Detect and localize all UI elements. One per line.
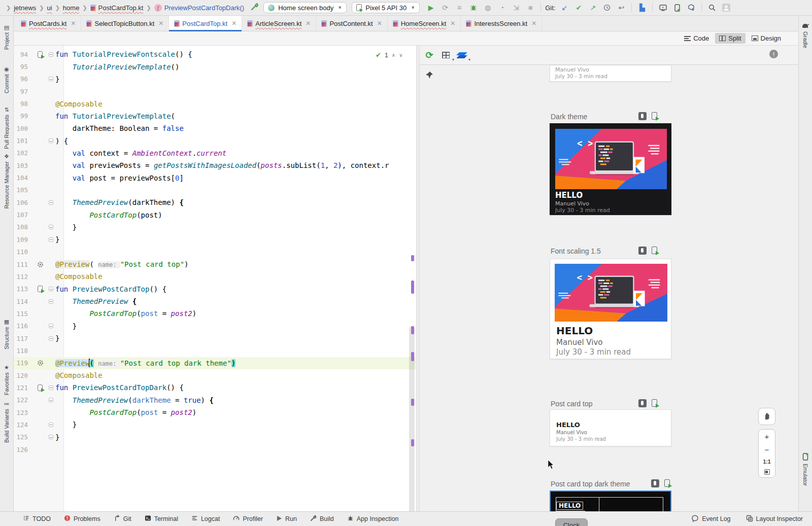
- close-icon[interactable]: ✕: [71, 20, 76, 27]
- status-bar-item-layout-inspector[interactable]: Layout Inspector: [746, 515, 803, 523]
- stop-button[interactable]: ■: [524, 2, 536, 13]
- prev-issue-icon[interactable]: ∧: [392, 52, 395, 58]
- close-icon[interactable]: ✕: [306, 20, 311, 27]
- run-preview-gutter-icon[interactable]: [38, 51, 43, 58]
- status-bar-item-run[interactable]: Run: [276, 515, 297, 523]
- profile-avatar[interactable]: [720, 2, 732, 13]
- grid-layout-icon[interactable]: [440, 50, 451, 61]
- fold-marker[interactable]: [49, 200, 53, 205]
- fold-marker[interactable]: [49, 287, 53, 291]
- breadcrumb-item[interactable]: jetnews: [14, 4, 36, 12]
- rollback-button[interactable]: ↩: [615, 2, 627, 13]
- editor-preview-splitter[interactable]: [416, 46, 420, 511]
- close-icon[interactable]: ✕: [377, 20, 382, 27]
- preview-card-post-card-top-dark-theme[interactable]: HELLOManuel Viv: [550, 490, 671, 511]
- deploy-preview-icon[interactable]: [652, 399, 657, 407]
- tab-postcards-kt[interactable]: PostCards.kt✕: [16, 16, 81, 31]
- preview-card-font-scaling-1-5[interactable]: < >HELLOManuel VivoJuly 30 - 3 min read: [550, 259, 671, 359]
- run-preview-gutter-icon[interactable]: [38, 384, 43, 391]
- status-bar-item-todo[interactable]: TODO: [23, 515, 51, 523]
- zoom-in-button[interactable]: +: [765, 432, 769, 441]
- zoom-actual-button[interactable]: 1:1: [763, 459, 770, 465]
- tool-window-button-build-variants[interactable]: ≔Build Variants: [0, 401, 13, 443]
- profiler-button[interactable]: ◔: [496, 2, 508, 13]
- run-config-dropdown[interactable]: Home screen body ▼: [263, 2, 347, 13]
- breadcrumb-item[interactable]: home: [63, 4, 80, 12]
- fold-marker[interactable]: [49, 385, 53, 390]
- running-devices-button[interactable]: [657, 2, 669, 13]
- fold-marker[interactable]: [49, 237, 53, 242]
- fold-marker[interactable]: [49, 435, 53, 439]
- preview-settings-gutter-icon[interactable]: [37, 261, 44, 268]
- preview-issues-icon[interactable]: !: [769, 50, 778, 58]
- code-editor[interactable]: 94fun TutorialPreviewFontscale() {95 Tut…: [14, 46, 416, 511]
- next-issue-icon[interactable]: ∨: [399, 52, 402, 58]
- interactive-preview-icon[interactable]: [638, 112, 647, 120]
- breadcrumb-item[interactable]: PostCardTop.kt: [90, 4, 144, 12]
- fold-marker[interactable]: [49, 336, 53, 341]
- refresh-preview-icon[interactable]: ⟳: [424, 50, 435, 61]
- preview-card-dark-theme[interactable]: < >HELLOManuel VivoJuly 30 - 3 min read: [550, 123, 671, 215]
- tool-window-button-favorites[interactable]: ★Favorites: [0, 365, 13, 395]
- search-everywhere-button[interactable]: [706, 2, 718, 13]
- pan-tool-button[interactable]: [758, 408, 775, 425]
- deploy-preview-icon[interactable]: [664, 479, 670, 487]
- tool-window-button-project[interactable]: ▤Project: [0, 25, 13, 50]
- tab-postcardtop-kt[interactable]: PostCardTop.kt✕: [169, 16, 242, 31]
- close-icon[interactable]: ✕: [531, 20, 536, 27]
- status-bar-item-event-log[interactable]: Event Log: [692, 515, 730, 523]
- fold-marker[interactable]: [49, 77, 53, 81]
- status-bar-item-app-inspection[interactable]: App Inspection: [347, 515, 399, 523]
- close-icon[interactable]: ✕: [231, 20, 236, 27]
- tab-homescreen-kt[interactable]: HomeScreen.kt✕: [388, 16, 461, 31]
- preview-card-post-card-top[interactable]: HELLOManuel VivoJuly 30 - 3 min read: [550, 409, 671, 446]
- run-button[interactable]: ▶: [425, 2, 437, 13]
- tool-window-button-pull-requests[interactable]: ⇅Pull Requests: [0, 107, 13, 149]
- status-bar-item-problems[interactable]: Problems: [64, 515, 100, 523]
- tool-window-button-gradle[interactable]: Gradle: [799, 23, 812, 48]
- fold-marker[interactable]: [49, 423, 53, 427]
- commit-button[interactable]: ✔: [572, 2, 585, 13]
- fold-marker[interactable]: [49, 299, 53, 304]
- interactive-preview-icon[interactable]: [638, 247, 647, 255]
- compose-preview-panel[interactable]: ⟳ ! Manuel VivoJuly 30 - 3 min readDark …: [420, 46, 798, 511]
- breadcrumb[interactable]: ❯jetnews❯ui❯home❯PostCardTop.kt❯fPreview…: [0, 4, 244, 12]
- fold-marker[interactable]: [49, 398, 53, 402]
- interactive-preview-icon[interactable]: [638, 399, 647, 407]
- view-mode-design[interactable]: Design: [748, 33, 785, 44]
- view-mode-split[interactable]: Split: [715, 33, 745, 44]
- attach-debugger-button[interactable]: ⇲: [510, 2, 522, 13]
- close-icon[interactable]: ✕: [450, 20, 455, 27]
- zoom-out-button[interactable]: −: [765, 445, 769, 454]
- fold-marker[interactable]: [49, 138, 53, 143]
- tab-interestsscreen-kt[interactable]: InterestsScreen.kt✕: [461, 16, 542, 31]
- preview-card-partial[interactable]: Manuel VivoJuly 30 - 3 min read: [550, 65, 671, 82]
- layers-icon[interactable]: [456, 50, 467, 61]
- run-preview-gutter-icon[interactable]: [38, 286, 43, 292]
- apply-changes-button[interactable]: ⟳: [439, 2, 451, 13]
- status-bar-item-build[interactable]: Build: [310, 515, 334, 523]
- sdk-manager-button[interactable]: [685, 2, 697, 13]
- fold-marker[interactable]: [49, 52, 53, 57]
- inspection-widget[interactable]: ✔ 1 ∧ ∨: [376, 51, 403, 59]
- avd-manager-button[interactable]: [671, 2, 683, 13]
- device-manager-button[interactable]: ▙: [636, 2, 648, 13]
- tab-selecttopicbutton-kt[interactable]: SelectTopicButton.kt✕: [81, 16, 169, 31]
- interactive-preview-icon[interactable]: [651, 479, 659, 487]
- deploy-preview-icon[interactable]: [652, 247, 657, 254]
- update-project-button[interactable]: ↙: [558, 2, 570, 13]
- tab-articlescreen-kt[interactable]: ArticleScreen.kt✕: [242, 16, 316, 31]
- build-wrench-icon[interactable]: [250, 3, 258, 13]
- clock-button[interactable]: Clock: [555, 518, 588, 526]
- tool-window-button-emulator[interactable]: Emulator: [799, 453, 812, 486]
- status-bar-item-logcat[interactable]: Logcat: [191, 515, 220, 523]
- status-bar-item-terminal[interactable]: Terminal: [145, 515, 178, 523]
- fold-marker[interactable]: [49, 225, 53, 229]
- fold-marker[interactable]: [49, 324, 53, 328]
- pin-icon[interactable]: [425, 71, 433, 81]
- deploy-preview-icon[interactable]: [652, 112, 657, 120]
- preview-settings-gutter-icon[interactable]: [37, 360, 44, 366]
- tool-window-button-resource-manager[interactable]: ❖Resource Manager: [0, 154, 13, 209]
- history-button[interactable]: [601, 2, 613, 13]
- device-dropdown[interactable]: Pixel 5 API 30 ▼: [352, 2, 420, 13]
